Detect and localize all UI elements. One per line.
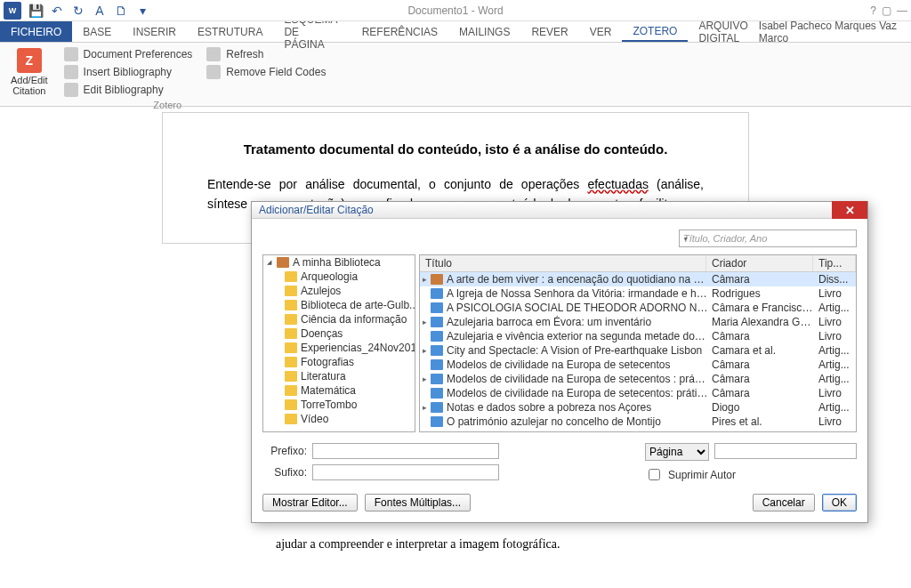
suppress-checkbox[interactable] [649, 469, 660, 480]
tree-item[interactable]: Vídeo [263, 412, 415, 426]
tab-file[interactable]: FICHEIRO [0, 21, 72, 42]
multiple-sources-button[interactable]: Fontes Múltiplas... [365, 494, 471, 511]
help-icon[interactable]: ? [870, 4, 876, 17]
tree-item[interactable]: Doenças [263, 326, 415, 341]
tab-rever[interactable]: REVER [520, 21, 578, 42]
list-header[interactable]: Título Criador Tip... [420, 255, 856, 272]
row-creator: Rodrigues [712, 287, 818, 300]
row-type: Diss... [818, 273, 856, 286]
item-icon [431, 345, 443, 356]
tree-item[interactable]: Matemática [263, 383, 415, 398]
redo-icon[interactable]: ↻ [71, 4, 85, 18]
search-input[interactable]: Título, Criador, Ano [679, 230, 857, 247]
expand-icon[interactable]: ▸ [420, 275, 429, 284]
list-row[interactable]: A PSICOLOGIA SOCIAL DE THEODOR ADORNO NA… [420, 301, 856, 315]
row-type: Artig... [818, 302, 856, 314]
item-icon [431, 288, 443, 299]
tab-ver[interactable]: VER [579, 21, 623, 42]
suffix-input[interactable] [312, 464, 499, 480]
list-row[interactable]: A Igreja de Nossa Senhora da Vitória: ir… [420, 286, 856, 301]
ok-button[interactable]: OK [822, 494, 857, 511]
prefix-input[interactable] [312, 443, 499, 459]
tab-arquivo-digital[interactable]: ARQUIVO DIGITAL [688, 21, 758, 42]
expand-icon[interactable]: ▸ [420, 375, 429, 383]
refresh-button[interactable]: Refresh [205, 46, 327, 62]
close-button[interactable]: ✕ [832, 201, 867, 219]
list-row[interactable]: Azulejaria e vivência exterior na segund… [420, 329, 856, 343]
remove-field-codes-button[interactable]: Remove Field Codes [205, 64, 327, 80]
list-row[interactable]: ▸Modelos de civilidade na Europa de sete… [420, 372, 856, 386]
docpref-icon [64, 47, 78, 61]
word-icon: W [4, 2, 21, 20]
insert-bibliography-button[interactable]: Insert Bibliography [62, 64, 195, 80]
col-creator[interactable]: Criador [706, 255, 813, 271]
tab-esquema-de-página[interactable]: ESQUEMA DE PÁGINA [273, 21, 351, 42]
doc-trailing-text: ajudar a compreender e interpretar a ima… [276, 537, 560, 552]
row-title: A Igreja de Nossa Senhora da Vitória: ir… [447, 287, 712, 300]
doc-heading: Tratamento documental do conteúdo, isto … [207, 141, 704, 157]
undo-icon[interactable]: ↶ [50, 4, 64, 18]
locator-select[interactable]: Página [645, 443, 709, 461]
expand-icon[interactable]: ▸ [420, 318, 429, 326]
qat-more-icon[interactable]: ▾ [135, 4, 149, 18]
user-name: Isabel Pacheco Marques Vaz Marco [759, 21, 911, 42]
expand-icon[interactable]: ▸ [420, 346, 429, 355]
add-edit-citation-button[interactable]: Z Add/Edit Citation [7, 46, 52, 98]
touch-mode-icon[interactable]: A [93, 4, 107, 18]
row-creator: Maria Alexandra Gago ... [712, 316, 818, 328]
tab-referências[interactable]: REFERÊNCIAS [351, 21, 448, 42]
save-icon[interactable]: 💾 [28, 4, 43, 18]
tree-item[interactable]: Arqueologia [263, 270, 415, 284]
dialog-titlebar[interactable]: Adicionar/Editar Citação ✕ [252, 202, 867, 219]
edit-bibliography-button[interactable]: Edit Bibliography [62, 82, 195, 98]
list-row[interactable]: Modelos de civilidade na Europa de setec… [420, 386, 856, 400]
zotero-icon: Z [17, 48, 42, 73]
locator-input[interactable] [714, 443, 857, 459]
list-row[interactable]: ▸Azulejaria barroca em Évora: um inventá… [420, 315, 856, 329]
row-title: Azulejaria e vivência exterior na segund… [447, 330, 712, 342]
list-row[interactable]: O património azulejar no concelho de Mon… [420, 415, 856, 429]
tab-inserir[interactable]: INSERIR [122, 21, 187, 42]
col-type[interactable]: Tip... [813, 255, 856, 271]
insbib-icon [64, 65, 78, 79]
list-row[interactable]: Modelos de civilidade na Europa de setec… [420, 358, 856, 372]
folder-icon [285, 342, 297, 353]
tree-item[interactable]: Experiencias_24Nov2016 [263, 341, 415, 355]
item-icon [431, 388, 443, 399]
row-creator: Câmara e Franciscatti [712, 302, 818, 314]
tree-item[interactable]: TorreTombo [263, 398, 415, 412]
suppress-author-checkbox[interactable]: Suprimir Autor [645, 466, 857, 483]
tree-item[interactable]: Ciência da informação [263, 312, 415, 326]
cancel-button[interactable]: Cancelar [753, 494, 815, 511]
document-title: Documento1 - Word [407, 4, 503, 17]
row-creator: Câmara [712, 358, 818, 371]
list-row[interactable]: ▸A arte de bem viver : a encenação do qu… [420, 272, 856, 286]
spell-error[interactable]: efectuadas [587, 177, 649, 191]
folder-icon [285, 314, 297, 325]
tab-base[interactable]: BASE [72, 21, 122, 42]
item-icon [431, 402, 443, 413]
show-editor-button[interactable]: Mostrar Editor... [262, 494, 358, 511]
document-preferences-button[interactable]: Document Preferences [62, 46, 195, 62]
citation-list[interactable]: Título Criador Tip... ▸A arte de bem viv… [419, 254, 857, 432]
ribbon-group-zotero: Z Add/Edit Citation Document Preferences… [7, 46, 327, 102]
list-row[interactable]: ▸Notas e dados sobre a pobreza nos Açore… [420, 400, 856, 415]
minimize-icon[interactable]: — [897, 4, 907, 17]
tab-mailings[interactable]: MAILINGS [448, 21, 520, 42]
row-title: Azulejaria barroca em Évora: um inventár… [447, 316, 712, 328]
new-doc-icon[interactable]: 🗋 [114, 4, 128, 18]
col-title[interactable]: Título [420, 255, 706, 271]
folder-icon [285, 271, 297, 282]
tab-zotero[interactable]: ZOTERO [622, 21, 688, 42]
tree-item[interactable]: Fotografias [263, 355, 415, 369]
tree-item[interactable]: Literatura [263, 369, 415, 383]
tree-item[interactable]: Biblioteca de arte-Gulb... [263, 298, 415, 312]
ribbon-opts-icon[interactable]: ▢ [882, 4, 891, 17]
expand-icon[interactable]: ▸ [420, 403, 429, 412]
list-row[interactable]: ▸City and Spectacle: A Vision of Pre-ear… [420, 343, 856, 358]
tree-item[interactable]: Azulejos [263, 284, 415, 298]
tab-estrutura[interactable]: ESTRUTURA [187, 21, 273, 42]
item-icon [431, 274, 443, 285]
tree-root[interactable]: A minha Biblioteca [263, 255, 415, 270]
library-tree[interactable]: A minha Biblioteca ArqueologiaAzulejosBi… [262, 254, 415, 432]
